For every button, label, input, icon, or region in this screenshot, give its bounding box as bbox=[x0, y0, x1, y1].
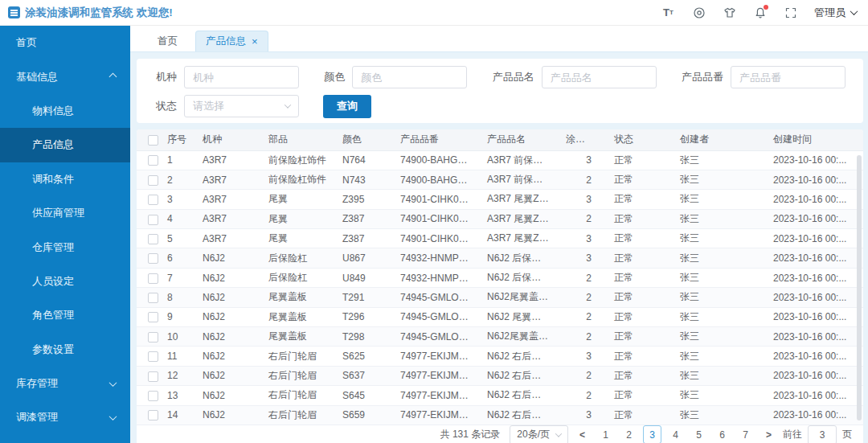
theme-shirt-icon[interactable] bbox=[723, 6, 736, 19]
cell-part-name: N6J2 后保险杠... bbox=[479, 268, 558, 287]
cell-model: N6J2 bbox=[194, 347, 260, 366]
row-checkbox[interactable] bbox=[148, 155, 158, 166]
sidebar-item-参数设置[interactable]: 参数设置 bbox=[0, 333, 130, 367]
cell-status: 正常 bbox=[606, 386, 672, 405]
tab-label: 产品信息 bbox=[206, 35, 246, 48]
search-button[interactable]: 查询 bbox=[323, 95, 371, 118]
table-scrollbar[interactable] bbox=[857, 155, 862, 420]
cell-model: N6J2 bbox=[194, 386, 260, 405]
product-name-input[interactable] bbox=[542, 66, 657, 88]
cell-created-at: 2023-10-16 00:... bbox=[765, 248, 863, 268]
row-checkbox[interactable] bbox=[148, 312, 158, 322]
row-checkbox[interactable] bbox=[148, 234, 158, 244]
cell-part-number: 74901-CIHK00... bbox=[392, 209, 479, 228]
cell-created-at: 2023-10-16 00:... bbox=[765, 150, 863, 170]
row-checkbox[interactable] bbox=[148, 371, 158, 382]
text-size-icon[interactable]: TT bbox=[661, 6, 675, 19]
sidebar-item-调和条件[interactable]: 调和条件 bbox=[0, 162, 130, 196]
machine-type-input[interactable] bbox=[184, 66, 299, 88]
next-page-button[interactable]: > bbox=[764, 429, 773, 441]
tab-home[interactable]: 首页 bbox=[148, 31, 187, 51]
table-row: 9N6J2尾翼盖板T29674945-GMLO0...N6J2 尾翼盖板...2… bbox=[137, 307, 863, 326]
cell-part: 尾翼盖板 bbox=[260, 327, 334, 347]
field-label: 产品品番 bbox=[682, 70, 731, 84]
cell-coats: 2 bbox=[558, 268, 606, 287]
goto-page-input[interactable] bbox=[808, 425, 837, 443]
main-area: 首页 产品信息 × 机种 颜色 产品品 bbox=[130, 26, 868, 443]
user-menu[interactable]: 管理员 bbox=[814, 6, 857, 20]
cell-part: 右后门轮眉 bbox=[260, 405, 334, 425]
close-icon[interactable]: × bbox=[252, 36, 258, 47]
cell-color: S637 bbox=[334, 366, 392, 385]
row-checkbox[interactable] bbox=[148, 215, 158, 225]
cell-part-name: A3R7 前保险杠... bbox=[479, 170, 558, 189]
cell-index: 12 bbox=[159, 366, 194, 385]
cell-model: N6J2 bbox=[194, 327, 260, 347]
row-checkbox[interactable] bbox=[148, 175, 158, 186]
page-button-4[interactable]: 4 bbox=[666, 425, 685, 443]
sidebar-item-供应商管理[interactable]: 供应商管理 bbox=[0, 196, 130, 230]
sidebar-item-角色管理[interactable]: 角色管理 bbox=[0, 298, 130, 332]
chevron-down-icon bbox=[109, 379, 117, 387]
target-icon[interactable] bbox=[692, 6, 706, 19]
goto-label: 前往 bbox=[783, 428, 802, 441]
col-model: 机种 bbox=[194, 129, 260, 150]
product-number-input[interactable] bbox=[731, 66, 845, 88]
page-button-1[interactable]: 1 bbox=[596, 425, 615, 443]
page-size-select[interactable]: 20条/页 bbox=[510, 425, 568, 443]
page-list: 1234567 bbox=[596, 425, 755, 443]
sidebar-item-基础信息[interactable]: 基础信息 bbox=[0, 59, 130, 93]
page-button-6[interactable]: 6 bbox=[713, 425, 731, 443]
row-checkbox[interactable] bbox=[148, 273, 158, 284]
cell-creator: 张三 bbox=[672, 190, 765, 209]
select-placeholder: 请选择 bbox=[193, 99, 224, 113]
row-checkbox[interactable] bbox=[148, 410, 158, 420]
cell-coats: 2 bbox=[558, 366, 606, 385]
page-button-2[interactable]: 2 bbox=[620, 425, 638, 443]
status-select[interactable]: 请选择 bbox=[184, 95, 299, 117]
sidebar-item-仓库管理[interactable]: 仓库管理 bbox=[0, 230, 130, 264]
cell-creator: 张三 bbox=[672, 366, 765, 385]
sidebar-item-label: 物料信息 bbox=[32, 104, 74, 118]
sidebar-item-调漆管理[interactable]: 调漆管理 bbox=[0, 400, 130, 434]
sidebar-item-首页[interactable]: 首页 bbox=[0, 26, 130, 59]
cell-part: 右后门轮眉 bbox=[260, 386, 334, 405]
prev-page-button[interactable]: < bbox=[578, 429, 587, 441]
cell-part: 尾翼 bbox=[260, 209, 334, 228]
cell-color: T291 bbox=[334, 288, 392, 307]
page-button-5[interactable]: 5 bbox=[690, 425, 708, 443]
cell-part: 尾翼盖板 bbox=[260, 307, 334, 326]
field-label: 状态 bbox=[156, 99, 184, 113]
cell-index: 11 bbox=[159, 347, 194, 366]
row-checkbox[interactable] bbox=[148, 391, 158, 401]
sidebar-item-人员设定[interactable]: 人员设定 bbox=[0, 265, 130, 298]
sidebar-item-label: 基础信息 bbox=[16, 70, 58, 84]
sidebar-item-产品信息[interactable]: 产品信息 bbox=[0, 128, 130, 162]
color-input[interactable] bbox=[352, 66, 467, 88]
select-all-checkbox[interactable] bbox=[148, 135, 158, 146]
sidebar-item-库存管理[interactable]: 库存管理 bbox=[0, 367, 130, 400]
row-checkbox[interactable] bbox=[148, 332, 158, 343]
row-checkbox[interactable] bbox=[148, 293, 158, 303]
cell-color: Z387 bbox=[334, 229, 392, 248]
cell-part-number: 74977-EKIJM0... bbox=[392, 405, 479, 425]
cell-created-at: 2023-10-16 00:... bbox=[765, 366, 863, 385]
notification-bell-icon[interactable] bbox=[753, 6, 767, 19]
row-checkbox[interactable] bbox=[148, 195, 158, 205]
row-checkbox[interactable] bbox=[148, 253, 158, 264]
col-creator: 创建者 bbox=[672, 129, 765, 150]
page-content: 机种 颜色 产品品名 产品品番 bbox=[130, 52, 868, 443]
page-button-3[interactable]: 3 bbox=[643, 425, 661, 443]
tab-label: 首页 bbox=[158, 35, 178, 48]
row-checkbox[interactable] bbox=[148, 351, 158, 362]
cell-status: 正常 bbox=[606, 170, 672, 189]
sidebar-item-物料信息[interactable]: 物料信息 bbox=[0, 94, 130, 128]
tab-product-info[interactable]: 产品信息 × bbox=[195, 31, 268, 51]
cell-creator: 张三 bbox=[672, 405, 765, 425]
page-button-7[interactable]: 7 bbox=[736, 425, 755, 443]
cell-part-number: 74932-HNMP0... bbox=[392, 248, 479, 268]
table-row: 10N6J2尾翼盖板T29874945-GMLO0...N6J2尾翼盖板...2… bbox=[137, 327, 863, 347]
cell-part-name: N6J2 右后门轮... bbox=[479, 366, 558, 385]
fullscreen-icon[interactable] bbox=[784, 6, 797, 19]
cell-part-number: 74900-BAHG00... bbox=[392, 170, 479, 189]
